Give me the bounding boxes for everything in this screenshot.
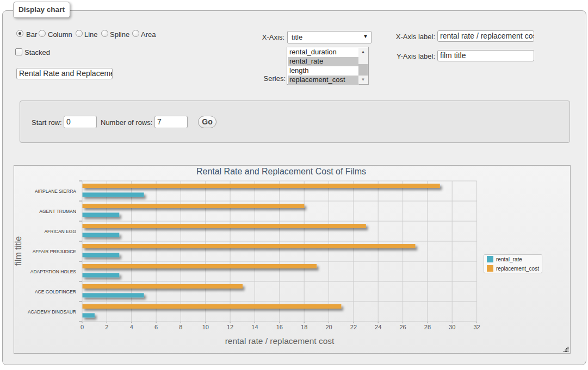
svg-text:AFFAIR PREJUDICE: AFFAIR PREJUDICE — [33, 249, 77, 254]
svg-text:8: 8 — [179, 324, 182, 330]
svg-text:16: 16 — [276, 324, 283, 330]
svg-text:2: 2 — [105, 324, 108, 330]
svg-text:film title: film title — [14, 236, 23, 266]
svg-text:26: 26 — [399, 324, 406, 330]
svg-text:AIRPLANE SIERRA: AIRPLANE SIERRA — [35, 189, 76, 194]
svg-text:ADAPTATION HOLES: ADAPTATION HOLES — [30, 269, 77, 274]
svg-text:4: 4 — [130, 324, 133, 330]
svg-text:0: 0 — [81, 324, 84, 330]
svg-text:replacement_cost: replacement_cost — [496, 266, 539, 272]
svg-text:22: 22 — [350, 324, 357, 330]
svg-text:AGENT TRUMAN: AGENT TRUMAN — [39, 209, 76, 214]
svg-text:24: 24 — [375, 324, 381, 330]
svg-text:ACADEMY DINOSAUR: ACADEMY DINOSAUR — [28, 309, 76, 315]
svg-text:32: 32 — [473, 324, 480, 330]
svg-text:6: 6 — [154, 324, 158, 330]
svg-text:rental rate / replacement cost: rental rate / replacement cost — [225, 336, 335, 346]
svg-text:28: 28 — [424, 324, 431, 330]
svg-text:rental_rate: rental_rate — [496, 256, 522, 262]
svg-text:ACE GOLDFINGER: ACE GOLDFINGER — [35, 289, 76, 294]
svg-text:10: 10 — [202, 324, 209, 330]
svg-text:14: 14 — [251, 324, 258, 330]
svg-text:12: 12 — [227, 324, 233, 330]
svg-text:AFRICAN EGG: AFRICAN EGG — [44, 229, 76, 234]
svg-text:30: 30 — [449, 324, 455, 330]
svg-text:20: 20 — [325, 324, 332, 330]
svg-text:Rental Rate and Replacement Co: Rental Rate and Replacement Cost of Film… — [196, 167, 366, 176]
svg-text:18: 18 — [301, 324, 307, 330]
